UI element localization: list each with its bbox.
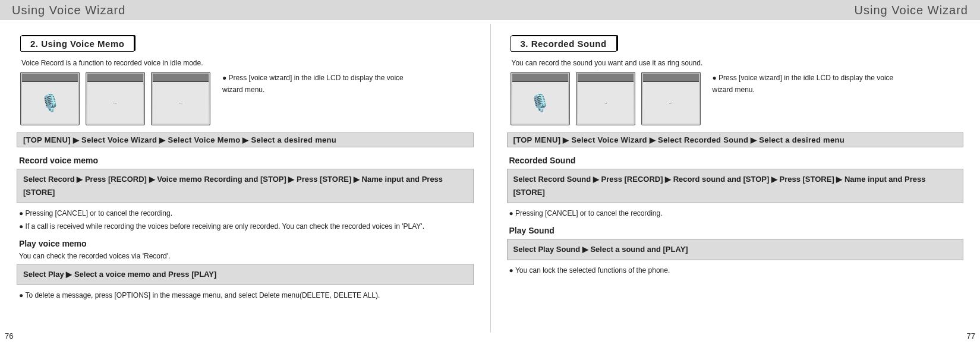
phone-screenshots: 🎙️ ··· ··· ● Press [voice wizard] in the… bbox=[511, 72, 964, 125]
bullet-cancel: Pressing [CANCEL] or to cancel the recor… bbox=[509, 208, 964, 219]
mic-icon: 🎙️ bbox=[512, 82, 568, 124]
section-title-voice-memo: 2. Using Voice Memo bbox=[20, 36, 134, 52]
subheading-play-sound: Play Sound bbox=[509, 226, 964, 235]
play-desc: You can check the recorded voices via 'R… bbox=[19, 252, 474, 260]
subheading-play-voice-memo: Play voice memo bbox=[19, 239, 474, 248]
nav-path: [TOP MENU] ▶ Select Voice Wizard ▶ Selec… bbox=[17, 132, 474, 147]
section-intro: Voice Record is a function to recorded v… bbox=[21, 59, 474, 67]
phone-shot: 🎙️ bbox=[511, 72, 570, 125]
bullet-cancel: Pressing [CANCEL] or to cancel the recor… bbox=[19, 208, 474, 219]
instruction-record-sound: Select Record Sound ▶ Press [RECORD] ▶ R… bbox=[507, 169, 964, 203]
mic-icon: 🎙️ bbox=[22, 82, 78, 124]
phone-shot: ··· bbox=[86, 72, 145, 125]
phone-shot: ··· bbox=[576, 72, 635, 125]
bullet-lock: You can lock the selected functions of t… bbox=[509, 265, 964, 276]
instruction-record: Select Record ▶ Press [RECORD] ▶ Voice m… bbox=[17, 169, 474, 203]
section-intro: You can record the sound you want and us… bbox=[512, 59, 964, 67]
phone-menu: ··· bbox=[153, 82, 209, 124]
phone-menu: ··· bbox=[578, 82, 634, 124]
section-title-recorded-sound: 3. Recorded Sound bbox=[511, 36, 617, 52]
page-number: 77 bbox=[967, 332, 975, 340]
bullet-call-received: If a call is received while recording th… bbox=[19, 221, 474, 232]
subheading-recorded-sound: Recorded Sound bbox=[509, 156, 964, 165]
side-note: ● Press [voice wizard] in the idle LCD t… bbox=[713, 72, 903, 96]
page-header-right: Using Voice Wizard bbox=[490, 0, 981, 20]
side-note: ● Press [voice wizard] in the idle LCD t… bbox=[222, 72, 412, 96]
phone-screenshots: 🎙️ ··· ··· ● Press [voice wizard] in the… bbox=[20, 72, 474, 125]
subheading-record-voice-memo: Record voice memo bbox=[19, 156, 474, 165]
instruction-play: Select Play ▶ Select a voice memo and Pr… bbox=[17, 264, 474, 285]
instruction-play-sound: Select Play Sound ▶ Select a sound and [… bbox=[507, 239, 964, 260]
phone-shot: ··· bbox=[641, 72, 701, 125]
left-page: Using Voice Wizard 2. Using Voice Memo V… bbox=[0, 0, 490, 344]
phone-shot: 🎙️ bbox=[20, 72, 80, 125]
phone-menu: ··· bbox=[87, 82, 143, 124]
nav-path: [TOP MENU] ▶ Select Voice Wizard ▶ Selec… bbox=[507, 132, 964, 147]
phone-menu: ··· bbox=[643, 82, 699, 124]
right-page: Using Voice Wizard 3. Recorded Sound You… bbox=[490, 0, 981, 344]
page-header-left: Using Voice Wizard bbox=[0, 0, 490, 20]
page-number: 76 bbox=[5, 332, 13, 340]
bullet-delete: To delete a message, press [OPTIONS] in … bbox=[19, 290, 474, 301]
phone-shot: ··· bbox=[151, 72, 210, 125]
